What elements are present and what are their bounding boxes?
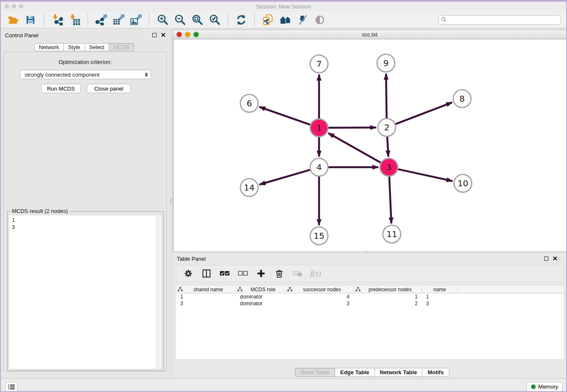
toolbar-separator — [88, 14, 88, 26]
save-disk-icon — [25, 15, 36, 25]
close-panel-icon[interactable]: ✕ — [160, 33, 166, 37]
select-all-rows-button[interactable] — [219, 268, 231, 279]
zoom-out-button[interactable] — [173, 13, 187, 27]
graph-node-6[interactable]: 6 — [240, 94, 258, 112]
graph-node-14[interactable]: 14 — [240, 179, 258, 196]
tab-network-table[interactable]: Network Table — [375, 368, 423, 377]
tab-select[interactable]: Select — [85, 43, 109, 51]
table-row[interactable]: 3dominator323 — [176, 300, 564, 307]
delete-columns-button[interactable] — [273, 268, 285, 279]
graph-node-8[interactable]: 8 — [453, 90, 471, 108]
table-options-button[interactable] — [182, 268, 194, 279]
graph-node-7[interactable]: 7 — [310, 55, 328, 73]
column-tree-icon — [355, 287, 361, 292]
graph-node-label: 7 — [317, 59, 322, 69]
float-panel-icon[interactable] — [152, 33, 157, 37]
export-network-button[interactable] — [94, 13, 108, 27]
export-network-icon — [95, 14, 107, 25]
column-header-filler — [458, 286, 564, 293]
show-columns-button[interactable] — [201, 268, 212, 279]
column-header-name[interactable]: name — [422, 286, 458, 293]
search-input[interactable] — [438, 15, 561, 25]
column-header-successor-nodes[interactable]: successor nodes — [286, 286, 354, 293]
select-stepper-icon — [145, 72, 148, 77]
save-session-button[interactable] — [23, 13, 38, 27]
houses-icon — [279, 15, 291, 25]
splitter-handle[interactable] — [170, 199, 172, 204]
search-field — [438, 15, 561, 25]
delete-table-button[interactable] — [292, 268, 303, 279]
graph-edge-3-1[interactable] — [328, 133, 381, 163]
toolbar-separator — [44, 14, 44, 26]
tab-node-table[interactable]: Node Table — [295, 368, 335, 377]
zoom-selected-icon — [209, 14, 220, 25]
export-table-button[interactable] — [111, 13, 126, 27]
apply-layout-button[interactable] — [234, 13, 248, 27]
column-header-mcds-role[interactable]: MCDS role — [236, 286, 286, 293]
run-mcds-button[interactable]: Run MCDS — [41, 84, 81, 93]
tab-style[interactable]: Style — [64, 43, 85, 51]
memory-button[interactable]: Memory — [526, 382, 563, 392]
add-column-button[interactable] — [255, 268, 267, 279]
float-panel-icon[interactable] — [544, 257, 548, 261]
graph-node-2[interactable]: 2 — [378, 119, 396, 136]
graph-edge-2-8[interactable] — [396, 102, 452, 124]
brush-icon — [297, 14, 308, 25]
result-scrollbar[interactable] — [156, 215, 162, 369]
table-row[interactable]: 1dominator411 — [176, 293, 564, 300]
graph-node-label: 11 — [386, 229, 397, 239]
graph-edge-2-3[interactable] — [387, 137, 388, 157]
network-graph: 7968124314101511 — [173, 39, 567, 252]
graph-node-1[interactable]: 1 — [310, 119, 328, 137]
graph-node-3[interactable]: 3 — [380, 158, 398, 176]
import-table-button[interactable] — [67, 13, 82, 27]
show-hide-button[interactable] — [313, 13, 327, 27]
zoom-fit-button[interactable] — [190, 13, 204, 27]
graph-edge-3-11[interactable] — [389, 177, 391, 224]
mcds-result-title: MCDS result (2 nodes) — [10, 208, 69, 214]
app-manager-button[interactable] — [5, 382, 18, 392]
paint-style-button[interactable] — [295, 13, 310, 27]
graph-node-label: 14 — [244, 182, 254, 193]
import-network-button[interactable] — [50, 13, 64, 27]
result-line: 3 — [12, 224, 159, 231]
graph-node-4[interactable]: 4 — [310, 158, 328, 176]
cell-predecessor-nodes: 1 — [354, 294, 422, 300]
close-panel-icon[interactable]: ✕ — [552, 257, 558, 261]
graph-edge-2-9[interactable] — [386, 74, 386, 118]
tab-motifs[interactable]: Motifs — [422, 368, 449, 377]
window-title: Session: New Session — [1, 3, 566, 10]
export-image-icon — [130, 14, 142, 25]
first-neighbors-button[interactable] — [278, 13, 292, 27]
graph-node-10[interactable]: 10 — [454, 174, 472, 192]
close-panel-button[interactable]: Close panel — [87, 84, 131, 93]
zoom-in-button[interactable] — [155, 13, 170, 27]
criterion-select[interactable]: strongly connected component — [20, 70, 151, 79]
column-header-shared-name[interactable]: shared name — [176, 286, 236, 293]
status-bar: Memory — [1, 378, 566, 392]
graph-node-15[interactable]: 15 — [310, 227, 328, 245]
tab-network[interactable]: Network — [34, 43, 64, 51]
open-session-button[interactable] — [6, 13, 20, 27]
graph-edge-1-6[interactable] — [259, 107, 311, 124]
graph-edge-4-14[interactable] — [259, 170, 310, 185]
graph-edge-3-10[interactable] — [398, 169, 452, 181]
network-canvas[interactable]: 7968124314101511 — [173, 39, 566, 251]
zoom-selected-button[interactable] — [207, 13, 222, 27]
mcds-result-text[interactable]: 13 — [9, 215, 162, 369]
function-builder-button[interactable]: f(x) — [310, 268, 322, 279]
clone-network-button[interactable] — [261, 13, 275, 27]
tab-edge-table[interactable]: Edge Table — [335, 368, 374, 377]
graph-node-11[interactable]: 11 — [383, 225, 401, 243]
node-table-header: shared nameMCDS rolesuccessor nodesprede… — [176, 285, 564, 293]
column-tree-icon — [237, 287, 242, 292]
graph-node-9[interactable]: 9 — [377, 54, 395, 72]
column-header-predecessor-nodes[interactable]: predecessor nodes — [354, 286, 422, 293]
application-window: Session: New Session — [0, 0, 567, 392]
control-panel: Control Panel ✕ NetworkStyleSelectMCDS O… — [1, 30, 170, 373]
export-image-button[interactable] — [129, 13, 143, 27]
unselect-all-rows-button[interactable] — [237, 268, 249, 279]
main-toolbar — [1, 11, 566, 28]
tab-mcds[interactable]: MCDS — [109, 43, 134, 51]
graph-edge-1-2[interactable] — [328, 127, 376, 128]
